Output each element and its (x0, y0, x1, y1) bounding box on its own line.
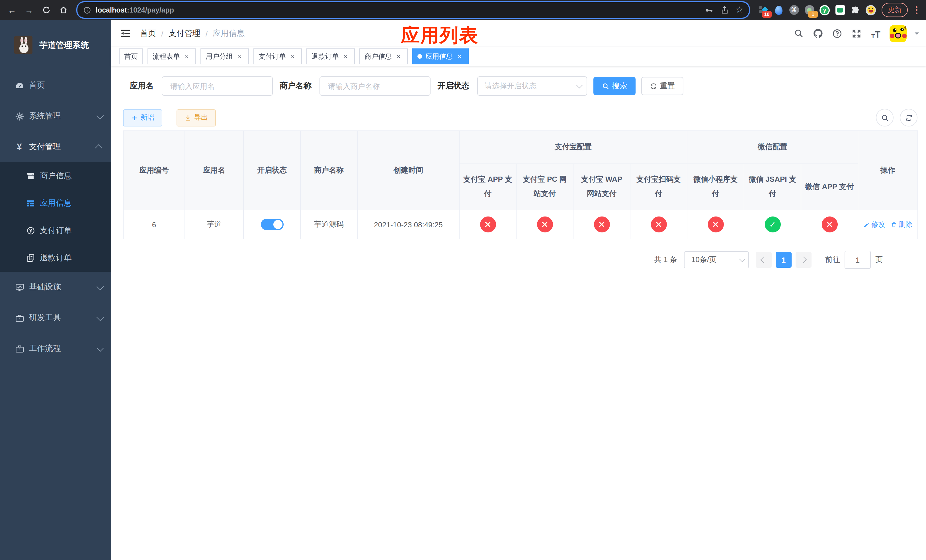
sidebar-item-refund-orders[interactable]: 退款订单 (0, 244, 111, 272)
extension-recorder-icon[interactable]: 1 (804, 5, 814, 15)
page-size-value: 10条/页 (691, 255, 716, 265)
browser-reload-button[interactable] (39, 3, 53, 17)
extension-chat-icon[interactable] (835, 5, 845, 15)
show-search-button[interactable] (876, 109, 894, 127)
sidebar-item-home[interactable]: 首页 (0, 70, 111, 101)
browser-forward-button[interactable]: → (22, 3, 36, 17)
font-size-icon[interactable]: TT (870, 28, 882, 39)
tag-refund-orders[interactable]: 退款订单 × (306, 48, 355, 64)
prev-page-button[interactable] (756, 252, 772, 268)
tag-user-group[interactable]: 用户分组 × (200, 48, 249, 64)
browser-back-button[interactable]: ← (5, 3, 20, 17)
fullscreen-icon[interactable] (851, 28, 862, 39)
merchant-name-input[interactable] (327, 81, 423, 91)
monitor-chart-icon (14, 282, 24, 292)
tab-close-icon[interactable]: × (342, 52, 350, 61)
breadcrumb-separator: / (161, 29, 163, 38)
extension-blocks-icon[interactable]: 10 (758, 5, 768, 15)
reload-icon (42, 6, 50, 14)
extension-y-logo-icon[interactable]: y (820, 5, 830, 15)
tags-view: 首页 流程表单 × 用户分组 × 支付订单 × 退款订单 × (111, 47, 926, 66)
status-toggle[interactable] (260, 219, 283, 230)
sidebar-item-label: 基础设施 (29, 282, 61, 292)
tag-process-form[interactable]: 流程表单 × (147, 48, 196, 64)
user-menu-caret-icon[interactable] (915, 32, 919, 37)
sidebar-item-label: 应用信息 (40, 198, 72, 209)
delete-link[interactable]: 删除 (891, 219, 912, 229)
main-area: 首页 / 支付管理 / 应用信息 应用列表 (111, 20, 926, 560)
breadcrumb-home[interactable]: 首页 (140, 28, 156, 38)
tag-label: 用户分组 (206, 51, 233, 61)
app-name-input[interactable] (169, 81, 265, 91)
help-icon[interactable] (831, 28, 843, 39)
page-size-select[interactable]: 10条/页 (684, 251, 749, 268)
edit-link[interactable]: 修改 (863, 219, 885, 229)
chevron-right-icon (800, 257, 807, 263)
extension-command-icon[interactable]: ⌘ (789, 5, 799, 15)
download-icon (185, 114, 191, 121)
page-number-button[interactable]: 1 (776, 252, 791, 268)
sidebar-logo[interactable]: 芋道管理系统 (0, 20, 111, 70)
extension-balloon-icon[interactable] (773, 5, 784, 15)
bookmark-star-icon[interactable]: ☆ (735, 6, 743, 14)
export-button-label: 导出 (194, 113, 208, 123)
search-button[interactable]: 搜索 (593, 77, 635, 95)
logo-image (14, 36, 32, 54)
reset-button[interactable]: 重置 (641, 77, 683, 95)
sidebar-item-pay-orders[interactable]: 支付订单 (0, 217, 111, 244)
sidebar-item-dev-tools[interactable]: 研发工具 (0, 303, 111, 333)
browser-home-button[interactable] (56, 3, 71, 17)
tag-home[interactable]: 首页 (119, 48, 143, 64)
sidebar-item-system[interactable]: 系统管理 (0, 101, 111, 132)
export-button[interactable]: 导出 (177, 109, 216, 126)
search-button-label: 搜索 (612, 81, 627, 91)
tag-merchant-info[interactable]: 商户信息 × (359, 48, 408, 64)
next-page-button[interactable] (796, 252, 811, 268)
password-key-icon[interactable] (704, 5, 713, 15)
refresh-table-button[interactable] (900, 109, 917, 127)
chevron-down-icon (739, 256, 746, 262)
share-icon[interactable] (720, 6, 729, 14)
url-bar[interactable]: localhost:1024/pay/app ☆ (76, 1, 750, 19)
tag-label: 流程表单 (153, 51, 180, 61)
sidebar-item-payment[interactable]: ¥ 支付管理 (0, 132, 111, 162)
sidebar-item-merchant-info[interactable]: 商户信息 (0, 162, 111, 190)
chevron-down-icon (97, 283, 104, 290)
status-select[interactable]: 请选择开启状态 (477, 76, 587, 96)
app-window: 芋道管理系统 首页 系统管理 ¥ 支付管理 (0, 20, 926, 560)
edit-link-label: 修改 (872, 219, 885, 229)
sidebar-item-workflow[interactable]: 工作流程 (0, 333, 111, 364)
tab-close-icon[interactable]: × (455, 52, 464, 61)
tab-close-icon[interactable]: × (183, 52, 191, 61)
chevron-down-icon (97, 313, 104, 321)
tab-close-icon[interactable]: × (395, 52, 402, 61)
col-header-app-id: 应用编号 (123, 131, 185, 210)
goto-page-input[interactable] (844, 251, 871, 269)
add-button[interactable]: 新增 (123, 109, 162, 126)
tag-pay-orders[interactable]: 支付订单 × (253, 48, 302, 64)
refresh-icon (905, 114, 912, 122)
browser-update-button[interactable]: 更新 (882, 3, 908, 17)
chevron-down-icon (97, 344, 104, 351)
extension-badge: 10 (762, 11, 772, 17)
tab-close-icon[interactable]: × (289, 52, 297, 61)
extensions-puzzle-icon[interactable] (850, 5, 861, 15)
tag-app-info-active[interactable]: 应用信息 × (412, 48, 469, 64)
browser-menu-button[interactable] (911, 6, 921, 14)
url-path: :1024/pay/app (127, 6, 174, 14)
breadcrumb-payment[interactable]: 支付管理 (169, 28, 200, 38)
app-title: 芋道管理系统 (39, 39, 89, 50)
tab-close-icon[interactable]: × (236, 52, 244, 61)
profile-avatar-icon[interactable] (865, 5, 876, 15)
user-avatar[interactable] (890, 25, 906, 42)
search-icon[interactable] (793, 28, 804, 39)
sidebar-item-app-info[interactable]: 应用信息 (0, 190, 111, 217)
sidebar-collapse-button[interactable] (118, 28, 133, 39)
grid-table-icon (26, 198, 36, 209)
github-icon[interactable] (812, 28, 823, 39)
sidebar-item-infra[interactable]: 基础设施 (0, 272, 111, 303)
pencil-icon (863, 221, 870, 228)
site-info-icon[interactable] (83, 6, 91, 14)
wechat-jsapi-status-badge (764, 216, 781, 232)
page-annotation: 应用列表 (401, 23, 478, 48)
